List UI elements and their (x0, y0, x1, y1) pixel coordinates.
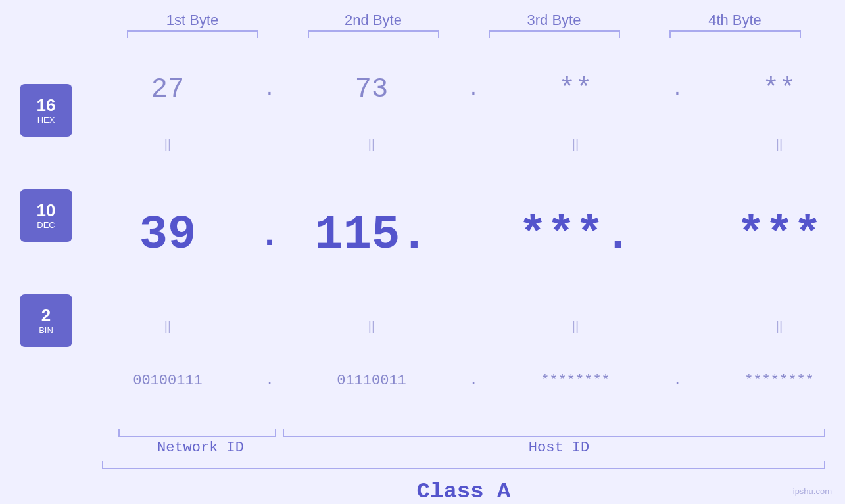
hex-dot-2: . (460, 80, 487, 100)
bracket-top-4 (669, 30, 801, 38)
main-grid: 16 HEX 10 DEC 2 BIN 27 . 73 . ** . ** (0, 45, 845, 426)
eq1-b3: || (487, 137, 664, 152)
top-brackets (0, 30, 845, 38)
dec-b1: 39 (79, 208, 256, 262)
eq1-b1: || (79, 137, 256, 152)
dec-badge-num: 10 (37, 202, 56, 219)
hex-badge-num: 16 (37, 97, 56, 114)
values-grid: 27 . 73 . ** . ** || || || || 39 (79, 45, 845, 426)
hex-dot-3: . (664, 80, 690, 100)
bin-dot-3: . (664, 373, 690, 389)
bracket-top-1 (127, 30, 258, 38)
bin-b1: 00100111 (79, 373, 256, 389)
eq1-b4: || (690, 137, 845, 152)
hex-b4: ** (690, 74, 845, 105)
hex-dot-1: . (256, 80, 283, 100)
bracket-top-2 (308, 30, 439, 38)
eq2-b2: || (283, 319, 460, 334)
equals-row-1: || || || || (79, 135, 845, 154)
hex-badge-label: HEX (37, 115, 55, 125)
eq2-b3: || (487, 319, 664, 334)
watermark: ipshu.com (793, 486, 832, 496)
eq2-b1: || (79, 319, 256, 334)
equals-row-2: || || || || (79, 316, 845, 336)
bin-dot-2: . (460, 373, 487, 389)
dec-b2: 115. (283, 208, 460, 262)
dec-badge-label: DEC (37, 220, 55, 230)
badges-column: 16 HEX 10 DEC 2 BIN (0, 45, 79, 426)
byte1-header: 1st Byte (104, 12, 281, 29)
eq2-b4: || (690, 319, 845, 334)
bin-b3: ******** (487, 373, 664, 389)
bin-dot-1: . (256, 373, 283, 389)
bin-b2: 01110011 (283, 373, 460, 389)
byte3-header: 3rd Byte (466, 12, 643, 29)
bin-badge: 2 BIN (20, 294, 72, 347)
bracket-top-3 (489, 30, 620, 38)
host-id-bracket (283, 429, 825, 437)
dec-badge: 10 DEC (20, 189, 72, 242)
hex-b2: 73 (283, 74, 460, 105)
bin-b4: ******** (690, 373, 845, 389)
class-label-row: Class A (315, 479, 531, 504)
hex-b1: 27 (79, 74, 256, 105)
byte2-header: 2nd Byte (285, 12, 462, 29)
hex-b3: ** (487, 74, 664, 105)
dec-b4: *** (690, 208, 845, 262)
bottom-brackets-row (0, 429, 845, 437)
eq1-b2: || (283, 137, 460, 152)
main-container: 1st Byte 2nd Byte 3rd Byte 4th Byte 16 H… (0, 0, 845, 504)
bin-badge-num: 2 (41, 307, 51, 324)
network-id-label: Network ID (102, 440, 293, 456)
bin-row: 00100111 . 01110011 . ******** . *******… (79, 336, 845, 426)
byte-headers-row: 1st Byte 2nd Byte 3rd Byte 4th Byte (0, 12, 845, 29)
bottom-labels-row: Network ID Host ID (0, 440, 845, 456)
dec-dot-1: . (256, 217, 283, 254)
class-bracket (102, 461, 825, 469)
hex-row: 27 . 73 . ** . ** (79, 45, 845, 135)
network-id-bracket (118, 429, 276, 437)
byte4-header: 4th Byte (646, 12, 824, 29)
class-bracket-row (0, 461, 845, 469)
bin-badge-label: BIN (39, 325, 53, 335)
host-id-label: Host ID (293, 440, 825, 456)
dec-b3: ***. (487, 208, 664, 262)
hex-badge: 16 HEX (20, 84, 72, 137)
class-a-label: Class A (417, 479, 511, 504)
dec-row: 39 . 115. ***. *** (79, 154, 845, 316)
